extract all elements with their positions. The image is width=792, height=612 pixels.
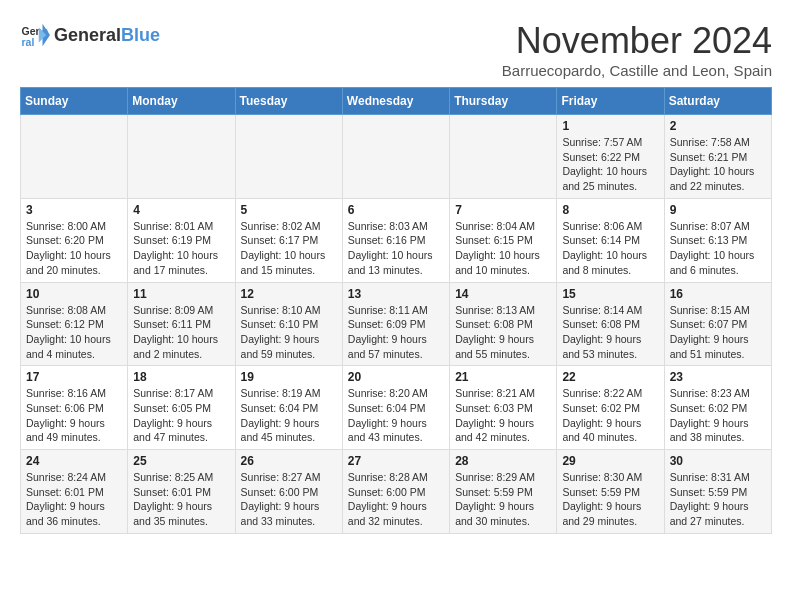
day-cell: 12Sunrise: 8:10 AM Sunset: 6:10 PM Dayli… <box>235 282 342 366</box>
header-day-saturday: Saturday <box>664 88 771 115</box>
day-cell: 16Sunrise: 8:15 AM Sunset: 6:07 PM Dayli… <box>664 282 771 366</box>
day-info: Sunrise: 8:04 AM Sunset: 6:15 PM Dayligh… <box>455 219 551 278</box>
day-cell <box>342 115 449 199</box>
day-number: 15 <box>562 287 658 301</box>
day-cell: 15Sunrise: 8:14 AM Sunset: 6:08 PM Dayli… <box>557 282 664 366</box>
day-info: Sunrise: 8:09 AM Sunset: 6:11 PM Dayligh… <box>133 303 229 362</box>
day-number: 18 <box>133 370 229 384</box>
week-row-4: 24Sunrise: 8:24 AM Sunset: 6:01 PM Dayli… <box>21 450 772 534</box>
day-number: 9 <box>670 203 766 217</box>
day-number: 24 <box>26 454 122 468</box>
day-info: Sunrise: 8:16 AM Sunset: 6:06 PM Dayligh… <box>26 386 122 445</box>
week-row-2: 10Sunrise: 8:08 AM Sunset: 6:12 PM Dayli… <box>21 282 772 366</box>
day-number: 19 <box>241 370 337 384</box>
day-number: 17 <box>26 370 122 384</box>
day-cell: 29Sunrise: 8:30 AM Sunset: 5:59 PM Dayli… <box>557 450 664 534</box>
day-cell: 22Sunrise: 8:22 AM Sunset: 6:02 PM Dayli… <box>557 366 664 450</box>
day-info: Sunrise: 8:22 AM Sunset: 6:02 PM Dayligh… <box>562 386 658 445</box>
day-info: Sunrise: 8:00 AM Sunset: 6:20 PM Dayligh… <box>26 219 122 278</box>
day-number: 7 <box>455 203 551 217</box>
day-number: 13 <box>348 287 444 301</box>
day-cell: 5Sunrise: 8:02 AM Sunset: 6:17 PM Daylig… <box>235 198 342 282</box>
day-info: Sunrise: 8:19 AM Sunset: 6:04 PM Dayligh… <box>241 386 337 445</box>
day-info: Sunrise: 8:06 AM Sunset: 6:14 PM Dayligh… <box>562 219 658 278</box>
day-number: 27 <box>348 454 444 468</box>
day-info: Sunrise: 8:31 AM Sunset: 5:59 PM Dayligh… <box>670 470 766 529</box>
day-info: Sunrise: 8:23 AM Sunset: 6:02 PM Dayligh… <box>670 386 766 445</box>
page-title: November 2024 <box>502 20 772 62</box>
logo-icon: Gene ral <box>20 20 50 50</box>
day-cell: 11Sunrise: 8:09 AM Sunset: 6:11 PM Dayli… <box>128 282 235 366</box>
calendar-header: SundayMondayTuesdayWednesdayThursdayFrid… <box>21 88 772 115</box>
day-number: 5 <box>241 203 337 217</box>
day-number: 25 <box>133 454 229 468</box>
day-number: 12 <box>241 287 337 301</box>
day-cell: 8Sunrise: 8:06 AM Sunset: 6:14 PM Daylig… <box>557 198 664 282</box>
day-cell: 14Sunrise: 8:13 AM Sunset: 6:08 PM Dayli… <box>450 282 557 366</box>
day-cell: 30Sunrise: 8:31 AM Sunset: 5:59 PM Dayli… <box>664 450 771 534</box>
day-cell <box>450 115 557 199</box>
day-number: 23 <box>670 370 766 384</box>
day-cell: 2Sunrise: 7:58 AM Sunset: 6:21 PM Daylig… <box>664 115 771 199</box>
day-number: 3 <box>26 203 122 217</box>
header-day-friday: Friday <box>557 88 664 115</box>
day-number: 6 <box>348 203 444 217</box>
day-number: 14 <box>455 287 551 301</box>
day-info: Sunrise: 8:08 AM Sunset: 6:12 PM Dayligh… <box>26 303 122 362</box>
day-cell: 24Sunrise: 8:24 AM Sunset: 6:01 PM Dayli… <box>21 450 128 534</box>
day-cell: 28Sunrise: 8:29 AM Sunset: 5:59 PM Dayli… <box>450 450 557 534</box>
page-header: Gene ral General Blue November 2024 Barr… <box>20 20 772 79</box>
day-number: 20 <box>348 370 444 384</box>
calendar-body: 1Sunrise: 7:57 AM Sunset: 6:22 PM Daylig… <box>21 115 772 534</box>
day-cell: 9Sunrise: 8:07 AM Sunset: 6:13 PM Daylig… <box>664 198 771 282</box>
logo: Gene ral General Blue <box>20 20 160 50</box>
day-info: Sunrise: 8:29 AM Sunset: 5:59 PM Dayligh… <box>455 470 551 529</box>
calendar-table: SundayMondayTuesdayWednesdayThursdayFrid… <box>20 87 772 534</box>
day-cell: 1Sunrise: 7:57 AM Sunset: 6:22 PM Daylig… <box>557 115 664 199</box>
day-info: Sunrise: 7:58 AM Sunset: 6:21 PM Dayligh… <box>670 135 766 194</box>
day-number: 21 <box>455 370 551 384</box>
day-number: 16 <box>670 287 766 301</box>
day-info: Sunrise: 8:03 AM Sunset: 6:16 PM Dayligh… <box>348 219 444 278</box>
day-cell: 19Sunrise: 8:19 AM Sunset: 6:04 PM Dayli… <box>235 366 342 450</box>
day-cell: 20Sunrise: 8:20 AM Sunset: 6:04 PM Dayli… <box>342 366 449 450</box>
day-info: Sunrise: 8:10 AM Sunset: 6:10 PM Dayligh… <box>241 303 337 362</box>
day-info: Sunrise: 8:30 AM Sunset: 5:59 PM Dayligh… <box>562 470 658 529</box>
day-cell: 23Sunrise: 8:23 AM Sunset: 6:02 PM Dayli… <box>664 366 771 450</box>
day-number: 2 <box>670 119 766 133</box>
header-day-sunday: Sunday <box>21 88 128 115</box>
day-info: Sunrise: 8:01 AM Sunset: 6:19 PM Dayligh… <box>133 219 229 278</box>
day-cell: 7Sunrise: 8:04 AM Sunset: 6:15 PM Daylig… <box>450 198 557 282</box>
day-cell: 27Sunrise: 8:28 AM Sunset: 6:00 PM Dayli… <box>342 450 449 534</box>
day-cell: 10Sunrise: 8:08 AM Sunset: 6:12 PM Dayli… <box>21 282 128 366</box>
day-info: Sunrise: 8:11 AM Sunset: 6:09 PM Dayligh… <box>348 303 444 362</box>
day-number: 29 <box>562 454 658 468</box>
svg-text:ral: ral <box>22 36 35 48</box>
header-day-thursday: Thursday <box>450 88 557 115</box>
logo-blue: Blue <box>121 25 160 46</box>
day-number: 28 <box>455 454 551 468</box>
day-info: Sunrise: 8:17 AM Sunset: 6:05 PM Dayligh… <box>133 386 229 445</box>
header-day-monday: Monday <box>128 88 235 115</box>
day-info: Sunrise: 8:14 AM Sunset: 6:08 PM Dayligh… <box>562 303 658 362</box>
day-cell: 25Sunrise: 8:25 AM Sunset: 6:01 PM Dayli… <box>128 450 235 534</box>
page-subtitle: Barruecopardo, Castille and Leon, Spain <box>502 62 772 79</box>
day-number: 26 <box>241 454 337 468</box>
day-cell <box>21 115 128 199</box>
day-info: Sunrise: 8:20 AM Sunset: 6:04 PM Dayligh… <box>348 386 444 445</box>
week-row-1: 3Sunrise: 8:00 AM Sunset: 6:20 PM Daylig… <box>21 198 772 282</box>
day-info: Sunrise: 7:57 AM Sunset: 6:22 PM Dayligh… <box>562 135 658 194</box>
header-row: SundayMondayTuesdayWednesdayThursdayFrid… <box>21 88 772 115</box>
header-day-wednesday: Wednesday <box>342 88 449 115</box>
day-number: 8 <box>562 203 658 217</box>
day-info: Sunrise: 8:24 AM Sunset: 6:01 PM Dayligh… <box>26 470 122 529</box>
week-row-3: 17Sunrise: 8:16 AM Sunset: 6:06 PM Dayli… <box>21 366 772 450</box>
title-block: November 2024 Barruecopardo, Castille an… <box>502 20 772 79</box>
day-info: Sunrise: 8:28 AM Sunset: 6:00 PM Dayligh… <box>348 470 444 529</box>
day-number: 11 <box>133 287 229 301</box>
day-number: 22 <box>562 370 658 384</box>
day-info: Sunrise: 8:02 AM Sunset: 6:17 PM Dayligh… <box>241 219 337 278</box>
day-cell <box>128 115 235 199</box>
day-info: Sunrise: 8:21 AM Sunset: 6:03 PM Dayligh… <box>455 386 551 445</box>
day-cell: 4Sunrise: 8:01 AM Sunset: 6:19 PM Daylig… <box>128 198 235 282</box>
